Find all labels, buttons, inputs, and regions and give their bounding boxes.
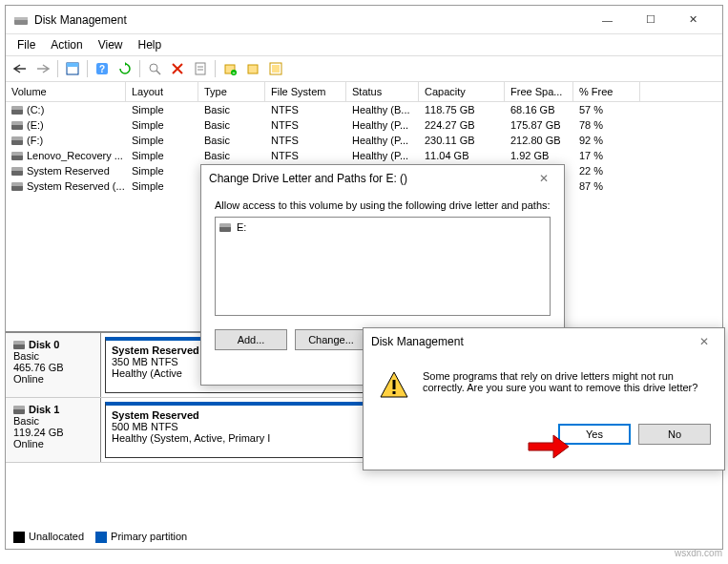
legend-primary-label: Primary partition [111, 531, 187, 542]
drive-icon [11, 182, 23, 191]
drive-letter-value: E: [237, 221, 246, 233]
disk-info: Disk 0 Basic465.76 GBOnline [6, 333, 101, 397]
dialog1-label: Allow access to this volume by using the… [215, 199, 551, 211]
svg-rect-18 [393, 391, 396, 394]
svg-text:?: ? [99, 64, 105, 74]
col-type[interactable]: Type [198, 82, 265, 101]
app-icon [13, 12, 29, 28]
menu-help[interactable]: Help [131, 36, 170, 53]
forward-button[interactable] [32, 58, 53, 79]
action-icon-2[interactable] [265, 58, 286, 79]
dialog1-titlebar: Change Drive Letter and Paths for E: () … [201, 165, 564, 192]
col-filesystem[interactable]: File System [265, 82, 346, 101]
warning-icon [379, 370, 409, 401]
col-capacity[interactable]: Capacity [419, 82, 505, 101]
svg-point-6 [150, 64, 157, 72]
drive-icon [11, 121, 23, 130]
col-pctfree[interactable]: % Free [573, 82, 640, 101]
svg-rect-8 [196, 63, 205, 74]
delete-icon[interactable] [167, 58, 188, 79]
panel-button[interactable] [62, 58, 83, 79]
annotation-arrow [527, 433, 571, 464]
minimize-button[interactable]: — [586, 7, 629, 33]
no-button[interactable]: No [638, 424, 711, 445]
watermark: wsxdn.com [675, 548, 722, 558]
legend-unallocated-label: Unallocated [29, 531, 84, 542]
dialog2-title: Disk Management [371, 335, 692, 348]
refresh-icon[interactable] [114, 58, 135, 79]
table-row[interactable]: (C:) Simple Basic NTFS Healthy (B... 118… [6, 102, 722, 117]
table-row[interactable]: (E:) Simple Basic NTFS Healthy (P... 224… [6, 117, 722, 133]
col-volume[interactable]: Volume [6, 82, 126, 101]
close-button[interactable]: ✕ [672, 7, 715, 33]
disk-icon [13, 341, 25, 349]
new-volume-icon[interactable]: + [219, 58, 240, 79]
help-icon[interactable]: ? [92, 58, 113, 79]
dialog2-close-button[interactable]: ✕ [692, 331, 717, 352]
add-button[interactable]: Add... [215, 329, 287, 350]
drive-icon [11, 167, 23, 176]
drive-icon [219, 223, 231, 232]
svg-rect-3 [67, 63, 78, 67]
svg-rect-14 [248, 65, 258, 73]
table-row[interactable]: (F:) Simple Basic NTFS Healthy (P... 230… [6, 133, 722, 148]
svg-line-7 [156, 71, 160, 74]
drive-icon [11, 106, 23, 115]
maximize-button[interactable]: ☐ [629, 7, 672, 33]
menu-view[interactable]: View [91, 36, 131, 53]
col-layout[interactable]: Layout [126, 82, 198, 101]
toolbar: ? + [6, 55, 722, 82]
disk-icon [13, 406, 25, 414]
action-icon[interactable] [242, 58, 263, 79]
menu-action[interactable]: Action [43, 36, 90, 53]
properties-icon[interactable] [190, 58, 211, 79]
table-row[interactable]: Lenovo_Recovery ... Simple Basic NTFS He… [6, 148, 722, 163]
disk-info: Disk 1 Basic119.24 GBOnline [6, 398, 101, 462]
confirm-message: Some programs that rely on drive letters… [423, 370, 709, 401]
col-status[interactable]: Status [346, 82, 419, 101]
list-item[interactable]: E: [218, 219, 548, 235]
svg-rect-16 [272, 65, 280, 73]
window-title: Disk Management [34, 13, 586, 27]
legend: Unallocated Primary partition [13, 531, 187, 543]
search-icon[interactable] [144, 58, 165, 79]
dialog1-close-button[interactable]: ✕ [531, 168, 556, 189]
svg-rect-1 [14, 17, 28, 20]
col-free[interactable]: Free Spa... [505, 82, 573, 101]
dialog2-titlebar: Disk Management ✕ [364, 328, 724, 355]
svg-rect-17 [393, 380, 396, 389]
table-header: Volume Layout Type File System Status Ca… [6, 82, 722, 102]
titlebar: Disk Management — ☐ ✕ [6, 6, 722, 34]
menu-file[interactable]: File [10, 36, 43, 53]
back-button[interactable] [10, 58, 31, 79]
legend-primary-swatch [95, 532, 107, 543]
svg-text:+: + [232, 70, 236, 75]
drive-icon [11, 152, 23, 160]
legend-unallocated-swatch [13, 532, 25, 543]
change-button[interactable]: Change... [295, 329, 367, 350]
menubar: File Action View Help [6, 34, 722, 55]
drive-paths-list[interactable]: E: [215, 217, 551, 316]
drive-icon [11, 136, 23, 145]
dialog1-title: Change Drive Letter and Paths for E: () [209, 172, 531, 185]
